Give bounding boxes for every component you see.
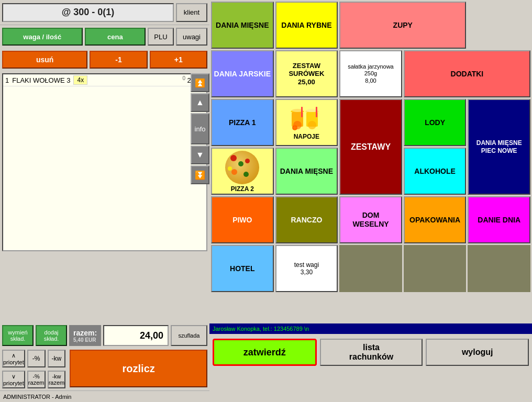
empty-cell-r6c5 bbox=[468, 245, 530, 292]
scroll-bottom-button[interactable]: ⏬ bbox=[191, 165, 209, 184]
waga-button[interactable]: waga / ilość bbox=[2, 28, 83, 46]
svg-rect-9 bbox=[316, 107, 317, 117]
menu-piwo-btn[interactable]: PIWO bbox=[211, 196, 274, 243]
menu-dodatki-btn[interactable]: DODATKI bbox=[404, 50, 530, 97]
plus1-button[interactable]: +1 bbox=[150, 51, 207, 69]
priorytet-up-button[interactable]: ∧ priorytet bbox=[2, 350, 25, 367]
right-panel: DANIA MIĘSNE DANIA RYBNE ZUPY DANIA JARS… bbox=[209, 0, 532, 402]
svg-point-8 bbox=[308, 121, 316, 129]
left-panel: @ 300 - 0(1) klient waga / ilość cena PL… bbox=[0, 0, 209, 402]
ctrl-row2: ∨ priorytet -% razem -kw razem bbox=[0, 370, 68, 390]
menu-dania-miesne-btn[interactable]: DANIA MIĘSNE bbox=[211, 2, 274, 49]
row-num: 1 bbox=[5, 76, 9, 84]
svg-rect-4 bbox=[301, 107, 303, 117]
menu-zupy-btn[interactable]: ZUPY bbox=[339, 2, 466, 49]
menu-opakowania-btn[interactable]: OPAKOWANIA bbox=[404, 196, 467, 243]
plu-button[interactable]: PLU bbox=[148, 28, 174, 46]
menu-pizza2-btn[interactable]: PIZZA 2 bbox=[211, 148, 274, 195]
menu-dom-weselny-btn[interactable]: DOM WESELNY bbox=[339, 196, 402, 243]
razem-amount: 24,00 bbox=[103, 325, 169, 346]
razem-sub: 5,40 EUR bbox=[73, 337, 97, 343]
razem-label: razem: 5,40 EUR bbox=[69, 325, 101, 346]
minus1-button[interactable]: -1 bbox=[90, 51, 147, 69]
info-button[interactable]: info bbox=[191, 113, 209, 144]
menu-dania-miesne-piec-btn[interactable]: DANIA MIĘSNE PIEC NOWE bbox=[468, 99, 530, 195]
display-box: @ 300 - 0(1) bbox=[2, 3, 174, 22]
menu-alkohole-btn[interactable]: ALKOHOLE bbox=[404, 148, 467, 195]
dodaj-button[interactable]: dodaj skład. bbox=[36, 325, 67, 346]
empty-cell-r6c3 bbox=[339, 245, 402, 292]
menu-grid: DANIA MIĘSNE DANIA RYBNE ZUPY DANIA JARS… bbox=[209, 0, 532, 323]
action-row: usuń -1 +1 bbox=[0, 48, 209, 71]
nav-arrows: ⏫ ▲ info ▼ ⏬ bbox=[191, 73, 209, 184]
wyloguj-button[interactable]: wyloguj bbox=[426, 339, 529, 366]
table-row[interactable]: 1 FLAKI WOŁOWE 3 4x 24,00 bbox=[3, 74, 206, 86]
priorytet-down-button[interactable]: ∨ priorytet bbox=[2, 371, 25, 388]
menu-ranczo-btn[interactable]: RANCZO bbox=[275, 196, 338, 243]
row-name: FLAKI WOŁOWE 3 bbox=[12, 76, 70, 84]
menu-lody-btn[interactable]: LODY bbox=[404, 99, 467, 146]
row-qty: 4x bbox=[73, 75, 87, 85]
menu-test-wagi-btn[interactable]: test wagi 3,30 bbox=[275, 245, 338, 292]
szuflada-button[interactable]: szuflada bbox=[171, 325, 207, 346]
ctrl-col-left: ∧ priorytet -% -kw ∨ priorytet -% razem … bbox=[0, 349, 68, 390]
menu-dania-miesne2-btn[interactable]: DANIA MIĘSNE bbox=[275, 148, 338, 195]
menu-hotel-btn[interactable]: HOTEL bbox=[211, 245, 274, 292]
toolbar-row: waga / ilość cena PLU uwagi bbox=[0, 25, 209, 48]
empty-cell-1 bbox=[468, 2, 530, 49]
minus-kw-button[interactable]: -kw bbox=[48, 350, 66, 367]
usun-button[interactable]: usuń bbox=[2, 51, 87, 69]
menu-pizza1-btn[interactable]: PIZZA 1 bbox=[211, 99, 274, 146]
top-bar: @ 300 - 0(1) klient bbox=[0, 0, 209, 25]
klient-button[interactable]: klient bbox=[176, 3, 207, 22]
menu-napoje-btn[interactable]: NAPOJE bbox=[275, 99, 338, 146]
scroll-top-button[interactable]: ⏫ bbox=[191, 73, 209, 92]
zatwierdz-button[interactable]: zatwierdź bbox=[213, 339, 317, 366]
lista-button[interactable]: lista rachunków bbox=[320, 339, 423, 366]
order-header: 0 bbox=[182, 75, 185, 81]
rozlicz-button[interactable]: rozlicz bbox=[70, 350, 207, 387]
status-bar: ADMINISTRATOR - Admin bbox=[0, 390, 209, 402]
empty-cell-r6c4 bbox=[404, 245, 467, 292]
uwagi-button[interactable]: uwagi bbox=[176, 28, 207, 46]
cena-button[interactable]: cena bbox=[85, 28, 146, 46]
info-text: Jarosław Konopka, tel.: 123456789 \n bbox=[213, 326, 309, 332]
menu-danie-dnia-btn[interactable]: DANIE DNIA bbox=[468, 196, 530, 243]
razem-row: wymień skład. dodaj skład. razem: 5,40 E… bbox=[0, 322, 209, 349]
minus-pct-razem-button[interactable]: -% razem bbox=[27, 371, 46, 388]
minus-kw-razem-button[interactable]: -kw razem bbox=[48, 371, 66, 388]
scroll-down-button[interactable]: ▼ bbox=[191, 146, 209, 164]
scroll-up-button[interactable]: ▲ bbox=[191, 93, 209, 112]
info-bar: Jarosław Konopka, tel.: 123456789 \n bbox=[209, 323, 532, 334]
action-bar: zatwierdź lista rachunków wyloguj bbox=[209, 334, 532, 371]
menu-dania-jarskie-btn[interactable]: DANIA JARSKIE bbox=[211, 50, 274, 97]
menu-salatka-btn[interactable]: sałatka jarzynowa 250g 8,00 bbox=[339, 50, 402, 97]
minus-pct-button[interactable]: -% bbox=[27, 350, 46, 367]
control-area: ∧ priorytet -% -kw ∨ priorytet -% razem … bbox=[0, 349, 209, 390]
menu-zestawy-btn[interactable]: ZESTAWY bbox=[339, 99, 402, 195]
ctrl-row1: ∧ priorytet -% -kw bbox=[0, 349, 68, 370]
menu-zestaw-surowek-btn[interactable]: ZESTAW SURÓWEK 25,00 bbox=[275, 50, 338, 97]
wymien-button[interactable]: wymień skład. bbox=[2, 325, 34, 346]
status-text: ADMINISTRATOR - Admin bbox=[3, 394, 71, 400]
menu-dania-rybne-btn[interactable]: DANIA RYBNE bbox=[275, 2, 338, 49]
bottom-controls: wymień skład. dodaj skład. razem: 5,40 E… bbox=[0, 322, 209, 390]
order-list: 0 1 FLAKI WOŁOWE 3 4x 24,00 bbox=[2, 73, 207, 251]
